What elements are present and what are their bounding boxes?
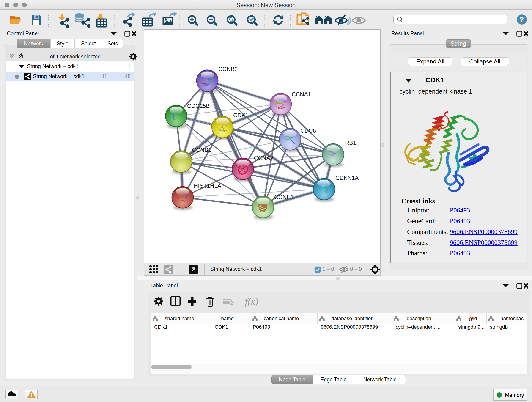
- svg-text:CDK1: CDK1: [233, 112, 249, 119]
- svg-text:RB1: RB1: [345, 140, 356, 146]
- svg-text:CCNA1: CCNA1: [292, 91, 311, 97]
- svg-text:CCNE1: CCNE1: [274, 194, 294, 200]
- svg-text:f(x): f(x): [245, 296, 258, 307]
- svg-text:CCNB2: CCNB2: [218, 66, 238, 72]
- svg-text:CDKN1A: CDKN1A: [336, 175, 359, 181]
- svg-text:CCNA2: CCNA2: [254, 155, 273, 161]
- svg-text:?: ?: [519, 15, 524, 24]
- svg-text:HIST1H1A: HIST1H1A: [194, 182, 221, 189]
- svg-text:CCNB1: CCNB1: [192, 147, 211, 153]
- svg-text:CDC6: CDC6: [300, 128, 316, 134]
- svg-text:CDC25B: CDC25B: [187, 103, 210, 109]
